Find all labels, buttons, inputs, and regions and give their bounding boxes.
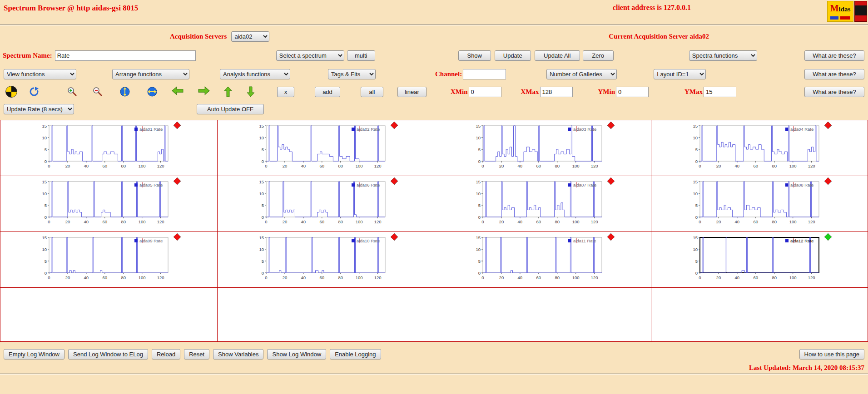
gallery-cell-empty-1[interactable] [0, 288, 217, 341]
spectrum-name-input[interactable] [55, 50, 196, 61]
legend-label: aida02 Rate [357, 127, 380, 132]
select-spectrum-dropdown[interactable]: Select a spectrum [276, 50, 344, 61]
arrow-up-icon[interactable] [223, 86, 233, 97]
gallery-cell-aida03[interactable]: 020406080100120051015aida03 Rate [434, 120, 651, 176]
arrow-left-icon[interactable] [172, 86, 184, 97]
gallery-cell-empty-3[interactable] [434, 288, 651, 341]
gallery-cell-aida12[interactable]: 020406080100120051015aida12 Rate [651, 232, 868, 287]
all-button[interactable]: all [361, 87, 383, 97]
gallery-cell-empty-2[interactable] [218, 288, 434, 341]
linear-button[interactable]: linear [397, 87, 427, 97]
nuclear-icon[interactable] [5, 86, 17, 98]
gallery-cell-aida11[interactable]: 020406080100120051015aida11 Rate [434, 232, 651, 287]
header: Spectrum Browser @ http aidas-gsi 8015 c… [0, 0, 868, 25]
gallery-cell-aida09[interactable]: 020406080100120051015aida09 Rate [0, 232, 217, 287]
legend-label: aida11 Rate [573, 238, 596, 243]
tags-fits-dropdown[interactable]: Tags & Fits [328, 69, 376, 79]
reset-button[interactable]: Reset [184, 349, 209, 360]
spectrum-plot-aida02: 020406080100120051015aida02 Rate [251, 121, 401, 175]
send-elog-button[interactable]: Send Log Window to ELog [68, 349, 148, 360]
ymin-input[interactable] [616, 87, 649, 97]
svg-text:40: 40 [301, 163, 306, 168]
how-to-use-button[interactable]: How to use this page [799, 349, 864, 360]
svg-text:0: 0 [261, 215, 263, 220]
svg-text:0: 0 [482, 163, 484, 168]
svg-text:80: 80 [338, 219, 343, 224]
zoom-out-icon[interactable] [92, 86, 104, 97]
status-diamond-icon [391, 233, 398, 241]
show-log-button[interactable]: Show Log Window [267, 349, 326, 360]
what-are-these-button-1[interactable]: What are these? [804, 50, 864, 61]
what-are-these-button-3[interactable]: What are these? [804, 87, 864, 97]
update-rate-dropdown[interactable]: Update Rate (8 secs) [4, 104, 74, 114]
gallery-cell-aida05[interactable]: 020406080100120051015aida05 Rate [0, 176, 217, 231]
xmax-label: XMax [521, 88, 539, 96]
svg-text:20: 20 [65, 163, 70, 168]
update-button[interactable]: Update [495, 50, 531, 61]
gallery-cell-aida07[interactable]: 020406080100120051015aida07 Rate [434, 176, 651, 231]
x-button[interactable]: x [277, 87, 294, 97]
status-diamond-icon [174, 122, 181, 129]
svg-text:40: 40 [84, 275, 89, 280]
gallery-cell-aida01[interactable]: 020406080100120051015aida01 Rate [0, 120, 217, 176]
xmax-input[interactable] [540, 87, 573, 97]
gallery-cell-aida04[interactable]: 020406080100120051015aida04 Rate [651, 120, 868, 176]
number-of-galleries-dropdown[interactable]: Number of Galleries [546, 69, 617, 79]
svg-text:100: 100 [572, 219, 580, 224]
empty-log-button[interactable]: Empty Log Window [4, 349, 64, 360]
update-all-button[interactable]: Update All [535, 50, 580, 61]
spectrum-name-row: Spectrum Name: Select a spectrum multi S… [0, 50, 868, 61]
status-diamond-icon [607, 233, 615, 241]
multi-button[interactable]: multi [347, 50, 375, 61]
arrange-functions-dropdown[interactable]: Arrange functions [112, 69, 189, 79]
svg-text:0: 0 [265, 219, 267, 224]
svg-text:10: 10 [693, 247, 698, 252]
svg-text:100: 100 [139, 275, 146, 280]
svg-text:10: 10 [259, 135, 264, 140]
svg-text:15: 15 [693, 123, 698, 128]
gallery-cell-empty-4[interactable] [651, 288, 868, 341]
svg-text:5: 5 [261, 147, 263, 152]
layout-id-dropdown[interactable]: Layout ID=1 [654, 69, 706, 79]
current-server-text: Current Acquisition Server aida02 [609, 33, 709, 40]
svg-text:120: 120 [374, 275, 381, 280]
channel-input[interactable] [463, 69, 506, 79]
autoscale-x-icon[interactable] [146, 86, 158, 97]
show-button[interactable]: Show [458, 50, 491, 61]
xmin-input[interactable] [469, 87, 501, 97]
autoscale-y-icon[interactable] [119, 86, 131, 97]
arrow-right-icon[interactable] [198, 86, 210, 97]
gallery-cell-aida10[interactable]: 020406080100120051015aida10 Rate [218, 232, 434, 287]
spectra-functions-dropdown[interactable]: Spectra functions [689, 50, 757, 61]
add-button[interactable]: add [315, 87, 340, 97]
gallery-cell-aida06[interactable]: 020406080100120051015aida06 Rate [218, 176, 434, 231]
svg-text:60: 60 [753, 163, 758, 168]
ymax-input[interactable] [704, 87, 736, 97]
arrow-down-icon[interactable] [246, 86, 255, 97]
status-diamond-icon [174, 233, 181, 241]
gallery-cell-aida08[interactable]: 020406080100120051015aida08 Rate [651, 176, 868, 231]
legend-marker [352, 128, 355, 131]
svg-text:60: 60 [753, 275, 758, 280]
svg-text:15: 15 [693, 179, 698, 184]
zoom-in-icon[interactable] [66, 86, 78, 97]
what-are-these-button-2[interactable]: What are these? [804, 69, 864, 79]
acquisition-server-select[interactable]: aida02 [231, 31, 269, 42]
auto-update-button[interactable]: Auto Update OFF [197, 104, 264, 114]
zero-button[interactable]: Zero [583, 50, 614, 61]
svg-text:60: 60 [103, 219, 108, 224]
legend-label: aida06 Rate [357, 182, 380, 187]
analysis-functions-dropdown[interactable]: Analysis functions [220, 69, 290, 79]
refresh-icon[interactable] [28, 86, 40, 97]
enable-logging-button[interactable]: Enable Logging [330, 349, 381, 360]
acquisition-row: Acquisition Servers aida02 Current Acqui… [0, 25, 868, 47]
svg-text:120: 120 [591, 163, 598, 168]
svg-text:80: 80 [338, 163, 343, 168]
svg-text:60: 60 [536, 163, 541, 168]
view-functions-dropdown[interactable]: View functions [4, 69, 76, 79]
gallery-cell-aida02[interactable]: 020406080100120051015aida02 Rate [218, 120, 434, 176]
svg-text:80: 80 [555, 219, 560, 224]
show-variables-button[interactable]: Show Variables [213, 349, 263, 360]
legend-marker [568, 239, 571, 242]
reload-button[interactable]: Reload [152, 349, 180, 360]
